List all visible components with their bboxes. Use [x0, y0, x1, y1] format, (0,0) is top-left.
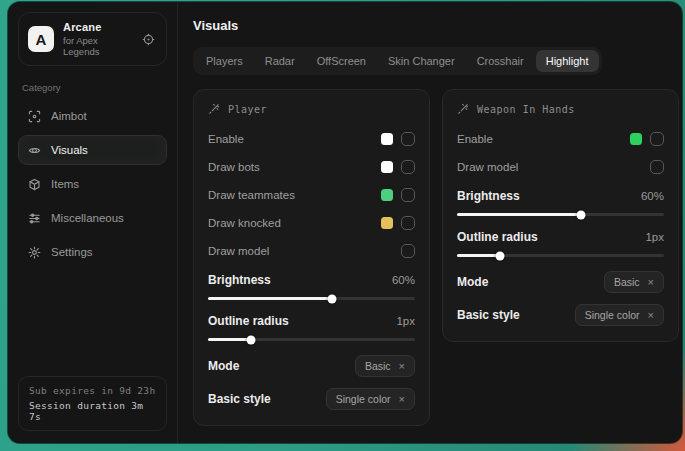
panel-body: Enable Draw model Brightness 60% Outline…: [457, 128, 664, 326]
color-swatch[interactable]: [381, 217, 393, 229]
slider[interactable]: [208, 297, 415, 300]
color-swatch[interactable]: [630, 133, 642, 145]
wand-icon: [457, 103, 469, 115]
sidebar-item-settings[interactable]: Settings: [18, 237, 167, 267]
draw-model-row: Draw model: [208, 240, 415, 261]
slider-knob[interactable]: [577, 210, 586, 219]
slider-knob[interactable]: [496, 251, 505, 260]
checkbox[interactable]: [401, 216, 415, 230]
tab-skin-changer[interactable]: Skin Changer: [378, 50, 465, 72]
slider-value: 60%: [392, 274, 415, 286]
tab-players[interactable]: Players: [196, 50, 253, 72]
setting-label: Draw bots: [208, 161, 373, 173]
color-swatch[interactable]: [381, 161, 393, 173]
sidebar-item-items[interactable]: Items: [18, 169, 167, 199]
select-label: Basic style: [208, 392, 326, 406]
setting-label: Draw model: [457, 161, 642, 173]
slider-value: 1px: [396, 315, 415, 327]
select-label: Basic style: [457, 308, 575, 322]
checkbox[interactable]: [650, 132, 664, 146]
box-icon: [28, 178, 41, 191]
setting-label: Enable: [208, 133, 373, 145]
slider[interactable]: [457, 213, 664, 216]
sidebar-item-label: Aimbot: [51, 110, 87, 122]
setting-label: Draw knocked: [208, 217, 373, 229]
sub-expiry-text: Sub expires in 9d 23h: [29, 385, 156, 396]
checkbox[interactable]: [401, 244, 415, 258]
panels-row: Player Enable Draw bots Draw teammates D…: [193, 89, 667, 426]
slider-value: 60%: [641, 190, 664, 202]
selected-option-chip[interactable]: Basic ×: [355, 355, 415, 377]
remove-icon[interactable]: ×: [399, 394, 405, 405]
slider-fill: [208, 338, 251, 341]
slider-fill: [457, 254, 500, 257]
checkbox[interactable]: [401, 188, 415, 202]
brightness-row: Brightness 60%: [208, 273, 415, 300]
sidebar-item-label: Miscellaneous: [51, 212, 124, 224]
target-icon: [142, 33, 155, 46]
wand-icon: [208, 103, 220, 115]
app-name: Arcane: [63, 21, 130, 33]
color-swatch[interactable]: [381, 133, 393, 145]
target-icon-button[interactable]: [139, 30, 157, 48]
sidebar-item-visuals[interactable]: Visuals: [18, 135, 167, 165]
slider[interactable]: [208, 338, 415, 341]
tab-radar[interactable]: Radar: [255, 50, 305, 72]
sidebar-item-miscellaneous[interactable]: Miscellaneous: [18, 203, 167, 233]
panel-title: Player: [228, 104, 267, 115]
session-duration-text: Session duration 3m 7s: [29, 400, 156, 422]
setting-label: Draw model: [208, 245, 393, 257]
select-label: Mode: [457, 275, 604, 289]
sidebar: A Arcane for Apex Legends Category Aimbo…: [8, 2, 178, 443]
slider-knob[interactable]: [247, 335, 256, 344]
main-content: Visuals PlayersRadarOffScreenSkin Change…: [178, 2, 682, 443]
tab-offscreen[interactable]: OffScreen: [307, 50, 376, 72]
panel-header: Weapon In Hands: [457, 103, 664, 115]
remove-icon[interactable]: ×: [648, 277, 654, 288]
category-label: Category: [22, 82, 167, 93]
chip-text: Single color: [336, 393, 391, 405]
outline-radius-row: Outline radius 1px: [208, 314, 415, 341]
sidebar-item-label: Settings: [51, 246, 93, 258]
draw-bots-row: Draw bots: [208, 156, 415, 177]
panel-body: Enable Draw bots Draw teammates Draw kno…: [208, 128, 415, 410]
slider-value: 1px: [645, 231, 664, 243]
slider-knob[interactable]: [328, 294, 337, 303]
selected-option-chip[interactable]: Single color ×: [575, 304, 664, 326]
tab-crosshair[interactable]: Crosshair: [467, 50, 534, 72]
slider-label: Outline radius: [457, 230, 645, 244]
chip-text: Basic: [614, 276, 640, 288]
mode-row: Mode Basic ×: [208, 355, 415, 377]
slider-label: Brightness: [457, 189, 641, 203]
enable-row: Enable: [457, 128, 664, 149]
panel-weapon-in-hands: Weapon In Hands Enable Draw model Bright…: [442, 89, 679, 342]
slider-label: Outline radius: [208, 314, 396, 328]
chip-text: Basic: [365, 360, 391, 372]
tab-highlight[interactable]: Highlight: [536, 50, 599, 72]
selected-option-chip[interactable]: Basic ×: [604, 271, 664, 293]
checkbox[interactable]: [401, 132, 415, 146]
app-meta: Arcane for Apex Legends: [63, 21, 130, 57]
setting-label: Enable: [457, 133, 622, 145]
sidebar-item-aimbot[interactable]: Aimbot: [18, 101, 167, 131]
page-title: Visuals: [193, 18, 667, 33]
slider-fill: [457, 213, 581, 216]
slider[interactable]: [457, 254, 664, 257]
subscription-status-card: Sub expires in 9d 23h Session duration 3…: [18, 376, 167, 431]
sidebar-nav: Aimbot Visuals Items Miscellaneous Setti…: [18, 101, 167, 267]
visuals-tabbar: PlayersRadarOffScreenSkin ChangerCrossha…: [193, 47, 602, 75]
selected-option-chip[interactable]: Single color ×: [326, 388, 415, 410]
panel-title: Weapon In Hands: [477, 104, 575, 115]
app-logo: A: [28, 26, 54, 52]
checkbox[interactable]: [401, 160, 415, 174]
app-subtitle: for Apex Legends: [63, 35, 130, 57]
brightness-row: Brightness 60%: [457, 189, 664, 216]
chip-text: Single color: [585, 309, 640, 321]
color-swatch[interactable]: [381, 189, 393, 201]
sidebar-item-label: Visuals: [51, 144, 88, 156]
eye-orbit-icon: [28, 144, 41, 157]
remove-icon[interactable]: ×: [399, 361, 405, 372]
remove-icon[interactable]: ×: [648, 310, 654, 321]
slider-fill: [208, 297, 332, 300]
checkbox[interactable]: [650, 160, 664, 174]
